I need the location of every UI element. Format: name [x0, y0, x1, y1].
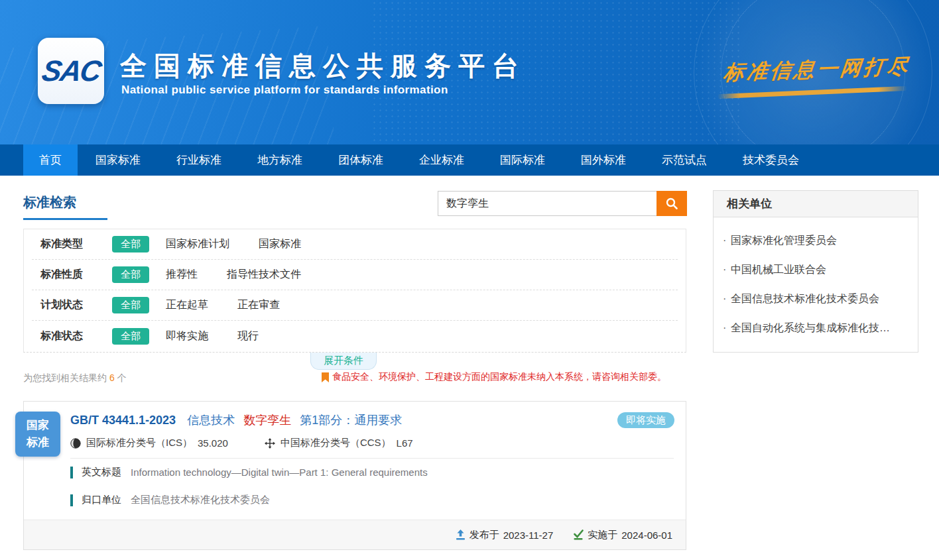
filter-row-standard-type: 标准类型 全部 国家标准计划 国家标准 [32, 229, 678, 260]
dept-value[interactable]: 全国信息技术标准化技术委员会 [131, 494, 270, 506]
card-footer: 发布于 2023-11-27 实施于 2024-06-01 [24, 520, 686, 549]
filter-all-button[interactable]: 全部 [112, 266, 149, 283]
check-mark-icon [573, 530, 584, 540]
standard-title-link[interactable]: GB/T 43441.1-2023 信息技术 数字孪生 第1部分：通用要求 [70, 412, 402, 428]
sidebar-item-machinery-federation[interactable]: 中国机械工业联合会 [723, 255, 908, 284]
attr-bar [70, 494, 73, 506]
standard-code: GB/T 43441.1-2023 [70, 414, 176, 427]
sidebar-item-sac[interactable]: 国家标准化管理委员会 [723, 226, 908, 255]
site-title-en: National public service platform for sta… [121, 84, 448, 97]
nav-item-pilot-demo[interactable]: 示范试点 [644, 144, 725, 176]
filter-label: 标准状态 [40, 329, 87, 343]
search-input[interactable] [438, 191, 657, 216]
nav-item-industry-standards[interactable]: 行业标准 [158, 144, 239, 176]
section-title-underline [23, 218, 107, 220]
sidebar-item-automation-systems-committee[interactable]: 全国自动化系统与集成标准化技… [723, 313, 908, 343]
classification-row: 国际标准分类号（ICS） 35.020 中国标准分类号（CCS） L67 [70, 437, 413, 449]
site-header: SAC 全国标准信息公共服务平台 National public service… [0, 0, 939, 144]
filter-option-drafting[interactable]: 正在起草 [166, 298, 208, 312]
sidebar-item-it-standardization-committee[interactable]: 全国信息技术标准化技术委员会 [723, 284, 908, 313]
compass-arrows-icon [265, 438, 275, 449]
filter-option-upcoming[interactable]: 即将实施 [166, 329, 208, 343]
dept-label: 归口单位 [82, 494, 121, 506]
upload-arrow-icon [456, 530, 466, 540]
ics-group: 国际标准分类号（ICS） 35.020 [70, 437, 228, 449]
english-title-row: 英文标题 Information technology—Digital twin… [70, 466, 428, 478]
sac-logo[interactable]: SAC [38, 38, 104, 104]
standard-title-highlight: 数字孪生 [243, 414, 291, 427]
badge-line2: 标准 [27, 434, 49, 451]
page: SAC 全国标准信息公共服务平台 National public service… [0, 0, 939, 560]
filter-option-guiding-document[interactable]: 指导性技术文件 [227, 268, 301, 282]
summary-suffix: 个 [117, 372, 127, 383]
english-title-label: 英文标题 [82, 466, 121, 478]
filter-panel: 标准类型 全部 国家标准计划 国家标准 标准性质 全部 推荐性 指导性技术文件 … [23, 229, 686, 353]
search-button[interactable] [657, 191, 687, 216]
standard-title-part1: 信息技术 [187, 414, 235, 427]
filter-row-standard-status: 标准状态 全部 即将实施 现行 [32, 321, 678, 352]
dept-row: 归口单位 全国信息技术标准化技术委员会 [70, 494, 270, 506]
nav-item-foreign-standards[interactable]: 国外标准 [563, 144, 644, 176]
search-icon [665, 197, 678, 210]
filter-option-under-review[interactable]: 正在审查 [237, 298, 280, 312]
english-title-value: Information technology—Digital twin—Part… [131, 467, 428, 478]
expand-conditions-button[interactable]: 展开条件 [310, 353, 377, 370]
filter-row-standard-nature: 标准性质 全部 推荐性 指导性技术文件 [32, 260, 678, 290]
nav-item-international-standards[interactable]: 国际标准 [482, 144, 563, 176]
implement-label: 实施于 [588, 529, 617, 541]
summary-prefix: 为您找到相关结果约 [23, 372, 107, 383]
filter-option-current[interactable]: 现行 [237, 329, 259, 343]
site-title-cn: 全国标准信息公共服务平台 [120, 48, 526, 84]
bookmark-icon [322, 372, 329, 382]
card-divider [70, 458, 674, 459]
badge-line1: 国家 [27, 417, 49, 434]
status-badge-upcoming: 即将实施 [617, 412, 674, 428]
filter-all-button[interactable]: 全部 [112, 297, 149, 313]
filter-row-plan-status: 计划状态 全部 正在起草 正在审查 [32, 290, 678, 321]
summary-count: 6 [109, 372, 115, 383]
related-units-title: 相关单位 [714, 191, 918, 217]
filter-all-button[interactable]: 全部 [112, 236, 149, 252]
implement-date: 2024-06-01 [621, 530, 672, 541]
ccs-value: L67 [397, 437, 413, 449]
standard-title-part2: 第1部分：通用要求 [300, 414, 402, 427]
main-nav: 首页 国家标准 行业标准 地方标准 团体标准 企业标准 国际标准 国外标准 示范… [0, 144, 939, 176]
ics-value: 35.020 [198, 437, 228, 449]
results-summary: 为您找到相关结果约6个 [23, 372, 127, 384]
ccs-label: 中国标准分类号（CCS） [281, 437, 391, 449]
filter-option-national-standard[interactable]: 国家标准 [259, 237, 301, 251]
nav-item-national-standards[interactable]: 国家标准 [78, 144, 158, 176]
filter-label: 标准类型 [40, 237, 87, 251]
publish-label: 发布于 [470, 529, 499, 541]
nav-item-local-standards[interactable]: 地方标准 [239, 144, 320, 176]
attr-bar [70, 467, 73, 478]
section-title-standard-search: 标准检索 [23, 194, 76, 211]
implement-date-group: 实施于 2024-06-01 [573, 529, 672, 541]
publish-date: 2023-11-27 [503, 530, 554, 541]
filter-option-recommended[interactable]: 推荐性 [166, 268, 198, 282]
related-units-panel: 相关单位 国家标准化管理委员会 中国机械工业联合会 全国信息技术标准化技术委员会… [713, 190, 918, 353]
nav-item-enterprise-standards[interactable]: 企业标准 [401, 144, 482, 176]
ics-label: 国际标准分类号（ICS） [86, 437, 192, 449]
ccs-group: 中国标准分类号（CCS） L67 [265, 437, 413, 449]
related-units-list: 国家标准化管理委员会 中国机械工业联合会 全国信息技术标准化技术委员会 全国自动… [714, 217, 918, 343]
filter-all-button[interactable]: 全部 [112, 328, 149, 345]
publish-date-group: 发布于 2023-11-27 [456, 529, 554, 541]
system-notice: 食品安全、环境保护、工程建设方面的国家标准未纳入本系统，请咨询相关部委。 [322, 371, 666, 383]
standard-result-card: 国家 标准 GB/T 43441.1-2023 信息技术 数字孪生 第1部分：通… [23, 401, 686, 550]
filter-label: 标准性质 [40, 268, 87, 282]
filter-option-national-plan[interactable]: 国家标准计划 [166, 237, 229, 251]
globe-icon [70, 438, 81, 449]
nav-item-group-standards[interactable]: 团体标准 [320, 144, 401, 176]
nav-item-technical-committee[interactable]: 技术委员会 [725, 144, 817, 176]
notice-text: 食品安全、环境保护、工程建设方面的国家标准未纳入本系统，请咨询相关部委。 [332, 371, 666, 383]
nav-item-home[interactable]: 首页 [23, 144, 78, 176]
national-standard-badge: 国家 标准 [15, 412, 60, 457]
filter-label: 计划状态 [40, 298, 87, 312]
sac-logo-text: SAC [39, 54, 103, 87]
